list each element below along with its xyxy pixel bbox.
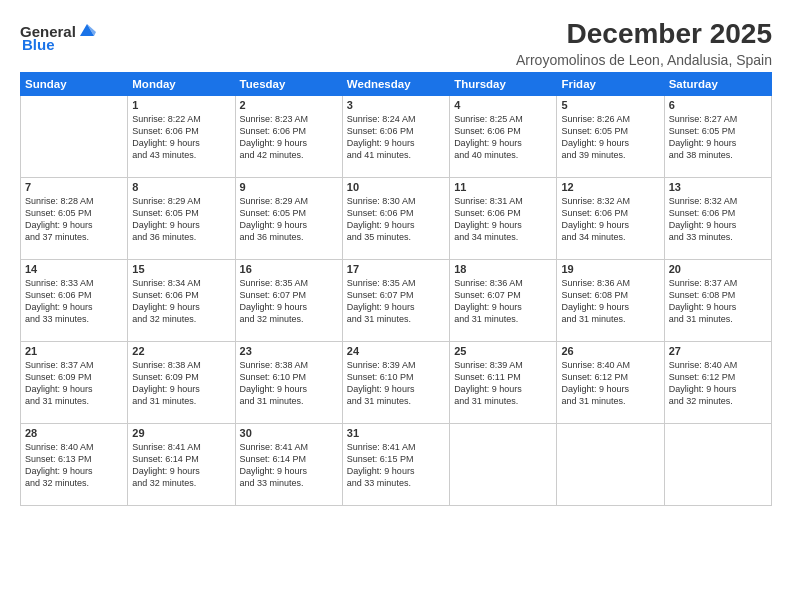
cell-text: Sunrise: 8:41 AM — [240, 441, 338, 453]
cell-text: Sunset: 6:06 PM — [347, 125, 445, 137]
logo: General Blue — [20, 22, 96, 53]
calendar-cell: 16Sunrise: 8:35 AMSunset: 6:07 PMDayligh… — [235, 260, 342, 342]
cell-text: Daylight: 9 hours — [132, 383, 230, 395]
cell-text: Daylight: 9 hours — [132, 465, 230, 477]
calendar-cell: 20Sunrise: 8:37 AMSunset: 6:08 PMDayligh… — [664, 260, 771, 342]
cell-text: Sunrise: 8:31 AM — [454, 195, 552, 207]
cell-text: Sunset: 6:11 PM — [454, 371, 552, 383]
day-number: 17 — [347, 263, 445, 275]
calendar-cell: 30Sunrise: 8:41 AMSunset: 6:14 PMDayligh… — [235, 424, 342, 506]
calendar-header-tuesday: Tuesday — [235, 73, 342, 96]
cell-text: and 31 minutes. — [347, 313, 445, 325]
calendar-header-sunday: Sunday — [21, 73, 128, 96]
cell-text: Sunset: 6:12 PM — [561, 371, 659, 383]
calendar-cell: 21Sunrise: 8:37 AMSunset: 6:09 PMDayligh… — [21, 342, 128, 424]
cell-text: Sunrise: 8:37 AM — [669, 277, 767, 289]
cell-text: Sunset: 6:08 PM — [669, 289, 767, 301]
cell-text: Sunset: 6:05 PM — [669, 125, 767, 137]
cell-text: Sunrise: 8:36 AM — [561, 277, 659, 289]
logo-blue: Blue — [22, 36, 55, 53]
day-number: 3 — [347, 99, 445, 111]
cell-text: Daylight: 9 hours — [132, 219, 230, 231]
cell-text: Sunrise: 8:34 AM — [132, 277, 230, 289]
calendar-cell: 23Sunrise: 8:38 AMSunset: 6:10 PMDayligh… — [235, 342, 342, 424]
cell-text: and 33 minutes. — [25, 313, 123, 325]
calendar-cell: 22Sunrise: 8:38 AMSunset: 6:09 PMDayligh… — [128, 342, 235, 424]
calendar-cell: 4Sunrise: 8:25 AMSunset: 6:06 PMDaylight… — [450, 96, 557, 178]
cell-text: and 31 minutes. — [25, 395, 123, 407]
calendar-cell: 25Sunrise: 8:39 AMSunset: 6:11 PMDayligh… — [450, 342, 557, 424]
cell-text: and 36 minutes. — [132, 231, 230, 243]
cell-text: Sunset: 6:14 PM — [240, 453, 338, 465]
cell-text: Sunrise: 8:35 AM — [347, 277, 445, 289]
cell-text: Sunrise: 8:41 AM — [132, 441, 230, 453]
calendar-cell: 24Sunrise: 8:39 AMSunset: 6:10 PMDayligh… — [342, 342, 449, 424]
cell-text: Sunset: 6:06 PM — [561, 207, 659, 219]
cell-text: Sunrise: 8:32 AM — [669, 195, 767, 207]
cell-text: Sunset: 6:13 PM — [25, 453, 123, 465]
cell-text: Daylight: 9 hours — [132, 301, 230, 313]
day-number: 24 — [347, 345, 445, 357]
day-number: 10 — [347, 181, 445, 193]
day-number: 27 — [669, 345, 767, 357]
cell-text: Daylight: 9 hours — [240, 137, 338, 149]
day-number: 18 — [454, 263, 552, 275]
cell-text: Daylight: 9 hours — [561, 383, 659, 395]
day-number: 12 — [561, 181, 659, 193]
cell-text: Sunrise: 8:39 AM — [454, 359, 552, 371]
cell-text: Sunrise: 8:40 AM — [25, 441, 123, 453]
cell-text: and 31 minutes. — [454, 395, 552, 407]
cell-text: Sunset: 6:09 PM — [132, 371, 230, 383]
cell-text: Daylight: 9 hours — [454, 301, 552, 313]
calendar-cell: 26Sunrise: 8:40 AMSunset: 6:12 PMDayligh… — [557, 342, 664, 424]
cell-text: Daylight: 9 hours — [669, 219, 767, 231]
calendar-cell — [450, 424, 557, 506]
cell-text: Sunset: 6:06 PM — [25, 289, 123, 301]
day-number: 22 — [132, 345, 230, 357]
cell-text: and 32 minutes. — [669, 395, 767, 407]
day-number: 7 — [25, 181, 123, 193]
cell-text: Sunset: 6:15 PM — [347, 453, 445, 465]
cell-text: and 40 minutes. — [454, 149, 552, 161]
cell-text: and 31 minutes. — [561, 313, 659, 325]
cell-text: Sunrise: 8:23 AM — [240, 113, 338, 125]
cell-text: Sunrise: 8:38 AM — [132, 359, 230, 371]
calendar-cell — [21, 96, 128, 178]
cell-text: Daylight: 9 hours — [454, 219, 552, 231]
day-number: 26 — [561, 345, 659, 357]
cell-text: Sunrise: 8:25 AM — [454, 113, 552, 125]
calendar-cell: 11Sunrise: 8:31 AMSunset: 6:06 PMDayligh… — [450, 178, 557, 260]
calendar-cell: 7Sunrise: 8:28 AMSunset: 6:05 PMDaylight… — [21, 178, 128, 260]
cell-text: Sunrise: 8:41 AM — [347, 441, 445, 453]
calendar-header-thursday: Thursday — [450, 73, 557, 96]
calendar-cell: 18Sunrise: 8:36 AMSunset: 6:07 PMDayligh… — [450, 260, 557, 342]
cell-text: and 34 minutes. — [561, 231, 659, 243]
cell-text: Sunrise: 8:39 AM — [347, 359, 445, 371]
cell-text: Sunset: 6:07 PM — [240, 289, 338, 301]
calendar-week-3: 14Sunrise: 8:33 AMSunset: 6:06 PMDayligh… — [21, 260, 772, 342]
calendar-cell: 12Sunrise: 8:32 AMSunset: 6:06 PMDayligh… — [557, 178, 664, 260]
cell-text: and 32 minutes. — [132, 313, 230, 325]
cell-text: Daylight: 9 hours — [25, 465, 123, 477]
calendar-cell: 29Sunrise: 8:41 AMSunset: 6:14 PMDayligh… — [128, 424, 235, 506]
day-number: 11 — [454, 181, 552, 193]
calendar-cell: 1Sunrise: 8:22 AMSunset: 6:06 PMDaylight… — [128, 96, 235, 178]
calendar-cell: 8Sunrise: 8:29 AMSunset: 6:05 PMDaylight… — [128, 178, 235, 260]
cell-text: Sunrise: 8:28 AM — [25, 195, 123, 207]
cell-text: and 43 minutes. — [132, 149, 230, 161]
calendar-week-5: 28Sunrise: 8:40 AMSunset: 6:13 PMDayligh… — [21, 424, 772, 506]
subtitle: Arroyomolinos de Leon, Andalusia, Spain — [516, 52, 772, 68]
cell-text: and 36 minutes. — [240, 231, 338, 243]
cell-text: Sunrise: 8:24 AM — [347, 113, 445, 125]
calendar-cell: 15Sunrise: 8:34 AMSunset: 6:06 PMDayligh… — [128, 260, 235, 342]
calendar-cell: 10Sunrise: 8:30 AMSunset: 6:06 PMDayligh… — [342, 178, 449, 260]
cell-text: Sunrise: 8:29 AM — [240, 195, 338, 207]
calendar-week-1: 1Sunrise: 8:22 AMSunset: 6:06 PMDaylight… — [21, 96, 772, 178]
cell-text: and 31 minutes. — [561, 395, 659, 407]
cell-text: Sunrise: 8:40 AM — [669, 359, 767, 371]
cell-text: and 42 minutes. — [240, 149, 338, 161]
calendar-header-monday: Monday — [128, 73, 235, 96]
cell-text: Sunset: 6:06 PM — [347, 207, 445, 219]
cell-text: and 33 minutes. — [347, 477, 445, 489]
logo-icon — [78, 22, 96, 40]
